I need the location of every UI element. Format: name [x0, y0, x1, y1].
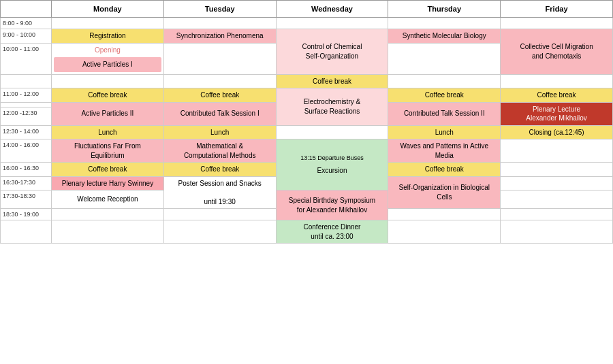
tue-sync: Synchronization Phenomena	[163, 29, 276, 44]
mon-1830	[52, 209, 164, 220]
mon-800	[52, 18, 164, 29]
wed-control: Control of ChemicalSelf-Organization	[276, 29, 388, 75]
thu-selforg: Self-Organization in BiologicalCells	[388, 176, 501, 209]
fri-1600	[501, 163, 613, 177]
tue-poster: Poster Session and Snacksuntil 19:30	[163, 176, 276, 209]
thu-dinner	[388, 220, 501, 244]
time-1830: 18:30 - 19:00	[1, 209, 52, 220]
header-tuesday: Tuesday	[163, 1, 276, 18]
fri-1630	[501, 176, 613, 191]
header-monday: Monday	[52, 1, 164, 18]
header-wednesday: Wednesday	[276, 1, 388, 18]
tue-800	[163, 18, 276, 29]
fri-closing: Closing (ca.12:45)	[501, 125, 613, 139]
wed-birthday: Special Birthday Symposiumfor Alexander …	[276, 191, 388, 220]
fri-plenary: Plenary LectureAlexander Mikhailov	[501, 102, 613, 125]
tue-lunch: Lunch	[163, 125, 276, 139]
tue-dinner	[163, 220, 276, 244]
mon-coffee-1600: Coffee break	[52, 163, 164, 177]
mon-plenary-harry: Plenary lecture Harry Swinney	[52, 176, 164, 191]
fri-dinner	[501, 220, 613, 244]
time-1000: 10:00 - 11:00	[1, 43, 52, 74]
fri-coffee-1100: Coffee break	[501, 88, 613, 103]
mon-welcome: Welcome Reception	[52, 191, 164, 209]
header-time	[1, 1, 52, 18]
fri-1730	[501, 191, 613, 209]
mon-fluctuations: Fluctuations Far FromEquilibrium	[52, 139, 164, 163]
time-1730: 17:30-18:30	[1, 191, 52, 209]
time-1600: 16:00 - 16:30	[1, 163, 52, 177]
time-1130	[1, 102, 52, 107]
mon-opening-active: Opening Active Particles I	[52, 43, 164, 74]
fri-1030	[501, 74, 613, 88]
fri-800	[501, 18, 613, 29]
time-1400: 14:00 - 16:00	[1, 139, 52, 163]
wed-electrochem: Electrochemistry &Surface Reactions	[276, 88, 388, 126]
header-thursday: Thursday	[388, 1, 501, 18]
time-1630: 16:30-17:30	[1, 176, 52, 191]
mon-active2: Active Particles II	[52, 102, 164, 125]
thu-contrib2: Contributed Talk Session II	[388, 102, 501, 125]
mon-registration: Registration	[52, 29, 164, 44]
time-1230: 12:30 - 14:00	[1, 125, 52, 139]
time-dinner	[1, 220, 52, 244]
tue-1000	[163, 43, 276, 74]
wed-coffee-1030: Coffee break	[276, 74, 388, 88]
time-1100: 11:00 - 12:00	[1, 88, 52, 103]
thu-coffee-1600: Coffee break	[388, 163, 501, 177]
time-900: 9:00 - 10:00	[1, 29, 52, 44]
tue-coffee-1600: Coffee break	[163, 163, 276, 177]
fri-1830	[501, 209, 613, 220]
time-800: 8:00 - 9:00	[1, 18, 52, 29]
thu-waves: Waves and Patterns in ActiveMedia	[388, 139, 501, 163]
time-1200: 12:00 -12:30	[1, 107, 52, 125]
tue-math: Mathematical &Computational Methods	[163, 139, 276, 163]
tue-1830	[163, 209, 276, 220]
fri-collective: Collective Cell Migrationand Chemotaxis	[501, 29, 613, 75]
fri-1400	[501, 139, 613, 163]
mon-coffee-1100: Coffee break	[52, 88, 164, 103]
wed-dinner: Conference Dinneruntil ca. 23:00	[276, 220, 388, 244]
header-friday: Friday	[501, 1, 613, 18]
thu-coffee-1100: Coffee break	[388, 88, 501, 103]
tue-1030	[163, 74, 276, 88]
thu-lunch: Lunch	[388, 125, 501, 139]
thu-1830	[388, 209, 501, 220]
wed-excursion: 13:15 Departure Buses Excursion	[276, 139, 388, 191]
time-1030	[1, 74, 52, 88]
mon-lunch: Lunch	[52, 125, 164, 139]
wed-lunch	[276, 125, 388, 139]
thu-synbio: Synthetic Molecular Biology	[388, 29, 501, 44]
tue-contrib1: Contributed Talk Session I	[163, 102, 276, 125]
thu-1030	[388, 74, 501, 88]
wed-800	[276, 18, 388, 29]
mon-dinner	[52, 220, 164, 244]
tue-coffee-1100: Coffee break	[163, 88, 276, 103]
mon-1030	[52, 74, 164, 88]
schedule-table: Monday Tuesday Wednesday Thursday Friday…	[0, 0, 613, 244]
thu-800	[388, 18, 501, 29]
thu-1000	[388, 43, 501, 74]
